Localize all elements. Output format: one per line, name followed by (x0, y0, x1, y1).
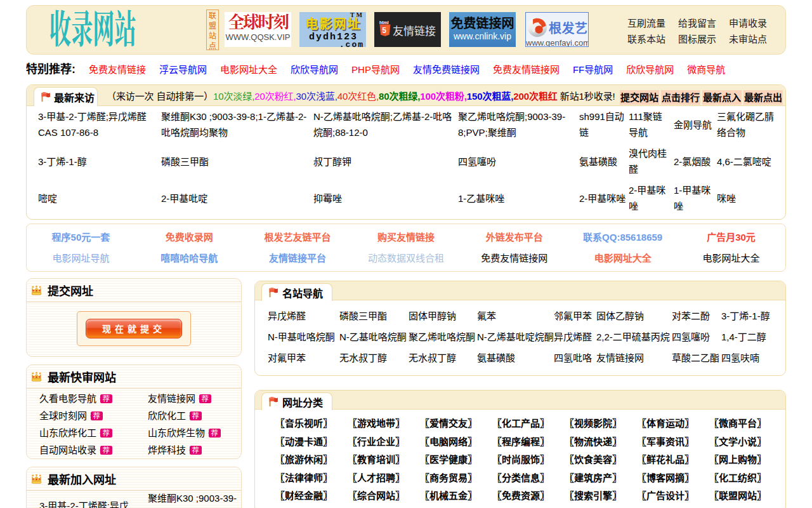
svg-text:html: html (379, 20, 389, 25)
svg-text:5: 5 (382, 26, 386, 35)
